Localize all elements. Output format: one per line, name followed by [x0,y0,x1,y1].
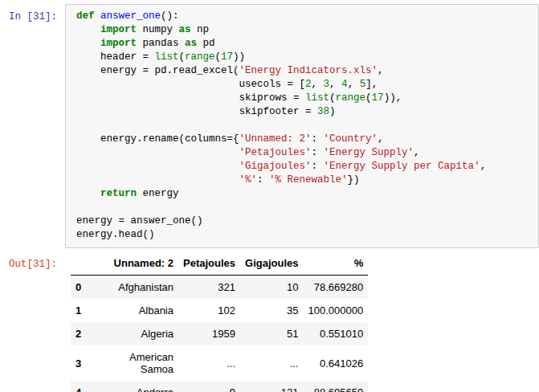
code-token: (): [161,10,179,22]
code-token [95,10,101,22]
dataframe-table: Unnamed: 2PetajoulesGigajoules% 0Afghani… [71,251,368,392]
code-token: pandas [137,38,185,49]
code-token: energy.head() [76,229,155,240]
code-token: np [191,24,210,35]
code-token: : [312,147,324,158]
code-token: energy = answer_one() [76,215,203,227]
code-token [76,174,239,186]
table-cell: 1959 [178,322,240,345]
code-line[interactable]: return energy [76,187,538,201]
code-line[interactable]: 'Petajoules': 'Energy Supply', [76,146,538,160]
code-token: 'Petajoules' [239,147,312,158]
input-cell: In [31]: def answer_one(): import numpy … [0,4,539,248]
code-token: list [155,51,179,63]
code-token: 2 [305,79,312,90]
code-line[interactable]: energy = pd.read_excel('Energy Indicator… [76,64,538,78]
code-line[interactable]: usecols = [2, 3, 4, 5], [76,78,538,92]
table-cell: 102 [178,299,240,322]
code-token [76,161,239,172]
code-token: answer_one [100,10,161,22]
code-token: , [480,161,487,172]
row-index: 3 [71,345,91,381]
table-row: 1Albania10235100.000000 [71,299,368,322]
code-token [76,38,100,49]
code-token: 3 [324,79,330,90]
code-line[interactable]: energy.head() [76,228,538,242]
code-token: skiprows = [76,92,305,104]
row-index: 2 [71,322,91,345]
code-editor[interactable]: def answer_one(): import numpy as np imp… [65,4,539,248]
code-token: , [312,79,324,90]
table-cell: 0.551010 [304,322,369,345]
table-cell: 51 [240,322,303,345]
code-token: '%' [239,174,258,186]
table-cell: 9 [178,381,240,392]
table-cell: American Samoa [91,345,178,381]
code-token: 'Energy Indicators.xls' [239,65,378,76]
index-header [71,251,91,276]
table-row: 4Andorra912188.695650 [71,381,368,392]
code-line[interactable]: skipfooter = 38) [76,105,538,119]
code-token: , [414,147,420,158]
code-token: 17 [221,51,233,63]
table-cell: 10 [240,276,303,300]
code-token: ) [329,106,336,117]
notebook: In [31]: def answer_one(): import numpy … [0,0,539,392]
code-token: }) [348,174,360,186]
code-token [76,188,100,199]
code-token: '% Renewable' [269,174,348,186]
code-line[interactable]: import numpy as np [76,23,538,37]
code-token: 'Unnamed: 2' [239,133,312,145]
code-token [76,147,239,158]
code-token: def [76,10,95,22]
table-cell: Algeria [91,322,178,345]
code-token: range [185,51,215,63]
code-token: header = [76,51,155,63]
code-line[interactable] [76,119,538,133]
code-line[interactable]: energy = answer_one() [76,214,538,228]
code-token: energy.rename(columns={ [76,133,239,145]
column-header: Gigajoules [240,251,303,276]
code-token: range [336,92,366,104]
code-line[interactable]: skiprows = list(range(17)), [76,92,538,105]
code-token: : [312,161,324,172]
code-token: pd [197,38,215,49]
table-cell: ... [178,345,240,381]
code-token: )) [233,51,245,63]
table-cell: 100.000000 [304,299,369,322]
code-line[interactable]: header = list(range(17)) [76,51,538,64]
code-token: ( [329,92,336,104]
code-token: usecols = [ [76,79,305,90]
code-token: skipfooter = [76,106,317,117]
row-index: 4 [71,381,91,392]
output-cell: Out[31]: Unnamed: 2PetajoulesGigajoules%… [0,251,539,392]
code-token: , [329,79,341,90]
code-line[interactable]: 'Gigajoules': 'Energy Supply per Capita'… [76,160,538,174]
code-token: list [305,92,329,104]
code-token: ( [179,51,186,63]
code-token: import [100,38,137,49]
code-line[interactable]: import pandas as pd [76,37,538,51]
code-line[interactable]: def answer_one(): [76,10,538,23]
code-token: , [378,133,384,145]
code-token: , [378,65,384,76]
code-line[interactable]: '%': '% Renewable'}) [76,174,538,187]
code-content[interactable]: def answer_one(): import numpy as np imp… [76,10,538,242]
table-row: 3American Samoa......0.641026 [71,345,368,381]
code-token: , [348,79,360,90]
table-cell: 321 [178,276,240,300]
code-token: ( [215,51,222,63]
code-line[interactable]: energy.rename(columns={'Unnamed: 2': 'Co… [76,133,538,146]
code-token: )), [384,92,402,104]
code-token: 'Country' [324,133,378,145]
code-line[interactable] [76,201,538,214]
row-index: 0 [71,276,91,300]
table-cell: 0.641026 [304,345,369,381]
code-token: import [100,24,137,35]
input-prompt: In [31]: [0,4,65,22]
code-token: numpy [137,24,179,35]
table-cell: Afghanistan [91,276,178,300]
code-token: 'Gigajoules' [239,161,312,172]
code-token: return [100,188,137,199]
table-cell: 88.695650 [304,381,369,392]
